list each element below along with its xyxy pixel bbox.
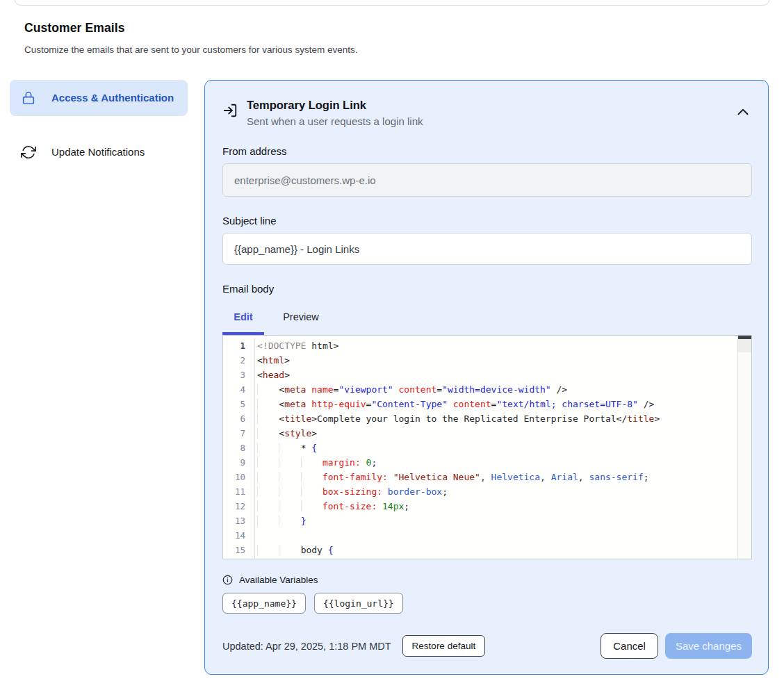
lock-icon [21, 90, 36, 106]
subject-line-label: Subject line [222, 215, 752, 227]
log-in-icon [222, 103, 238, 118]
sidebar-item-label: Update Notifications [51, 144, 145, 161]
available-variables-header: Available Variables [222, 575, 752, 585]
refresh-icon [21, 145, 36, 160]
panel-subtitle: Sent when a user requests a login link [247, 115, 734, 127]
tab-preview[interactable]: Preview [275, 304, 327, 335]
info-icon [222, 575, 233, 585]
cancel-button[interactable]: Cancel [601, 633, 658, 659]
panel-footer: Updated: Apr 29, 2025, 1:18 PM MDT Resto… [222, 633, 752, 659]
code-editor[interactable]: 1<!DOCTYPE html>2<html>3<head>4 <meta na… [222, 335, 752, 559]
email-body-label: Email body [222, 283, 752, 295]
editor-scrollbar[interactable] [737, 336, 751, 559]
collapse-section-button[interactable] [734, 103, 752, 121]
sidebar-item-label: Access & Authentication [51, 90, 174, 106]
page-description: Customize the emails that are sent to yo… [24, 44, 784, 55]
restore-default-button[interactable]: Restore default [402, 635, 486, 657]
previous-card-edge [14, 0, 770, 6]
sidebar: Access & Authentication Update Notificat… [10, 80, 188, 675]
updated-timestamp: Updated: Apr 29, 2025, 1:18 PM MDT [222, 641, 391, 652]
panel-title: Temporary Login Link [247, 99, 734, 112]
from-address-input[interactable] [222, 163, 752, 197]
sidebar-item-update-notifications[interactable]: Update Notifications [10, 134, 188, 170]
email-settings-panel: Temporary Login Link Sent when a user re… [204, 80, 769, 675]
subject-line-input[interactable] [222, 233, 752, 265]
panel-header: Temporary Login Link Sent when a user re… [222, 99, 752, 127]
save-changes-button[interactable]: Save changes [665, 633, 752, 659]
variable-chip-app-name[interactable]: {{app_name}} [222, 593, 306, 614]
code-lines: 1<!DOCTYPE html>2<html>3<head>4 <meta na… [223, 336, 751, 559]
scrollbar-thumb[interactable] [738, 336, 751, 339]
chevron-up-icon [734, 103, 752, 121]
available-variables-label: Available Variables [239, 575, 318, 585]
variable-chip-login-url[interactable]: {{login_url}} [314, 593, 403, 614]
from-address-label: From address [222, 145, 752, 157]
page-title: Customer Emails [24, 21, 784, 35]
sidebar-item-access-authentication[interactable]: Access & Authentication [10, 80, 188, 116]
tab-edit[interactable]: Edit [222, 304, 264, 335]
page-header: Customer Emails Customize the emails tha… [0, 0, 784, 55]
email-body-tabs: Edit Preview [222, 304, 752, 335]
